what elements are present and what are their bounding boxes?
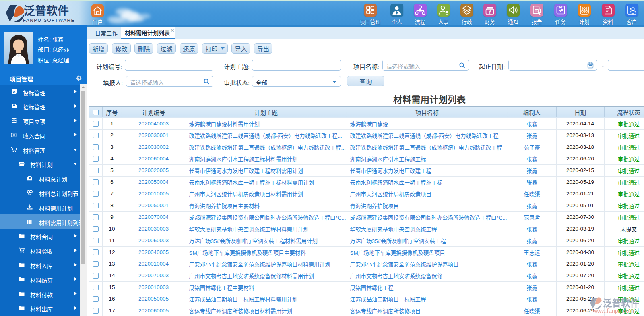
svg-text:泛普软件: 泛普软件 bbox=[24, 5, 69, 17]
svg-text:¥: ¥ bbox=[489, 9, 491, 15]
svg-text:FANPU SOFTWARE: FANPU SOFTWARE bbox=[23, 18, 75, 23]
